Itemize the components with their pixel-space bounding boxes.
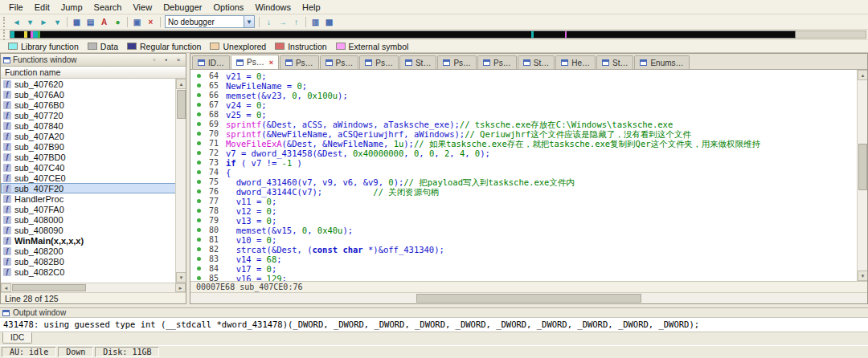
view-tab-9-he[interactable]: He…	[555, 55, 596, 69]
float-window-icon[interactable]: ▫	[149, 55, 159, 65]
view-tab-0-id[interactable]: ID…	[192, 55, 230, 69]
code-line[interactable]: 70sprintf(&NewFileName, aCSQeriuwjhrf, a…	[190, 129, 867, 139]
toolbar-grip[interactable]	[3, 17, 6, 27]
desktop-layout-icon[interactable]: ▩	[322, 16, 336, 28]
code-line[interactable]: 84 v17 = 0;	[190, 264, 867, 274]
scrollbar-thumb[interactable]	[177, 90, 186, 119]
code-line[interactable]: 83 v14 = 68;	[190, 254, 867, 264]
function-row-sub-4076a0[interactable]: fsub_4076A0	[1, 89, 186, 100]
function-row-sub-407b90[interactable]: fsub_407B90	[1, 141, 186, 152]
code-line[interactable]: 82 strcat(&Dest, (const char *)&off_4313…	[190, 245, 867, 254]
code-line[interactable]: 85 v16 = 129;	[190, 274, 867, 281]
function-name-column-header[interactable]: Function name	[1, 67, 186, 79]
function-row-sub-408200[interactable]: fsub_408200	[1, 246, 186, 256]
cancel-analysis-icon[interactable]: ×	[144, 16, 158, 28]
close-icon[interactable]: ×	[174, 55, 183, 65]
breakpoints-icon[interactable]: ▣	[130, 16, 144, 28]
scroll-right-icon[interactable]: ►	[175, 283, 186, 292]
windows-list-icon[interactable]: ▥	[309, 16, 322, 28]
menu-search[interactable]: Search	[88, 2, 128, 13]
function-row-sub-407fa0[interactable]: fsub_407FA0	[1, 204, 186, 214]
toolbar-grip[interactable]	[3, 30, 6, 40]
view-tab-5-st[interactable]: St…	[399, 55, 436, 69]
function-row-winmain-x-x-x-x[interactable]: fWinMain(x,x,x,x)	[1, 235, 186, 246]
navigate-forward-icon[interactable]: ►	[37, 16, 51, 28]
scroll-up-icon[interactable]: ▲	[858, 70, 867, 80]
code-line[interactable]: 74{	[190, 168, 867, 177]
view-tab-1-ps[interactable]: Ps…×	[231, 55, 279, 69]
menu-debugger[interactable]: Debugger	[158, 2, 207, 13]
view-tab-2-ps[interactable]: Ps…	[280, 55, 319, 69]
scrollbar-thumb[interactable]	[858, 144, 867, 190]
code-line[interactable]: 80 memset(&v15, 0, 0x40u);	[190, 226, 867, 235]
view-tab-8-st[interactable]: St…	[518, 55, 555, 69]
code-line[interactable]: 77 v11 = 0;	[190, 197, 867, 206]
code-line[interactable]: 76 dword_43144C(v7); // 关闭资源句柄	[190, 187, 867, 197]
close-icon[interactable]: ×	[269, 59, 273, 67]
debugger-select[interactable]: No debugger ▼	[165, 15, 255, 28]
code-line[interactable]: 68v25 = 0;	[190, 110, 867, 120]
menu-edit[interactable]: Edit	[29, 2, 55, 13]
function-row-sub-4082c0[interactable]: fsub_4082C0	[1, 266, 186, 277]
names-window-icon[interactable]: A	[97, 16, 111, 28]
function-row-sub-407840[interactable]: fsub_407840	[1, 120, 186, 131]
start-process-icon[interactable]: ●	[111, 16, 125, 28]
function-row-sub-408000[interactable]: fsub_408000	[1, 214, 186, 225]
code-line[interactable]: 67v24 = 0;	[190, 100, 867, 110]
view-tab-10-st[interactable]: St…	[596, 55, 633, 69]
navigation-band[interactable]	[10, 31, 796, 39]
scrollbar-thumb[interactable]	[416, 294, 641, 303]
code-line[interactable]: 79 v13 = 0;	[190, 216, 867, 226]
scrollbar-thumb[interactable]	[12, 284, 86, 291]
view-tab-3-ps[interactable]: Ps…	[320, 55, 359, 69]
menu-help[interactable]: Help	[297, 2, 326, 13]
function-row-sub-407bd0[interactable]: fsub_407BD0	[1, 152, 186, 162]
function-row-sub-408090[interactable]: fsub_408090	[1, 225, 186, 235]
code-line[interactable]: 64v21 = 0;	[190, 71, 867, 81]
scroll-down-icon[interactable]: ▼	[858, 271, 867, 281]
function-row-sub-407ce0[interactable]: fsub_407CE0	[1, 173, 186, 183]
back-history-icon[interactable]: ▾	[23, 16, 37, 28]
view-tab-6-ps[interactable]: Ps…	[437, 55, 477, 69]
function-row-sub-407f20[interactable]: fsub_407F20	[1, 183, 186, 193]
menu-file[interactable]: File	[3, 2, 29, 13]
menu-windows[interactable]: Windows	[249, 2, 297, 13]
view-tab-4-ps[interactable]: Ps…	[359, 55, 399, 69]
scroll-down-icon[interactable]: ▼	[176, 272, 186, 283]
step-over-icon[interactable]: →	[276, 16, 289, 28]
function-row-sub-4082b0[interactable]: fsub_4082B0	[1, 256, 186, 266]
menu-jump[interactable]: Jump	[55, 2, 88, 13]
run-until-return-icon[interactable]: ↑	[289, 16, 303, 28]
code-line[interactable]: 73if ( v7 != -1 )	[190, 158, 867, 168]
step-into-icon[interactable]: ↓	[262, 16, 276, 28]
function-row-sub-407620[interactable]: fsub_407620	[1, 79, 186, 89]
view-tab-7-ps[interactable]: Ps…	[477, 55, 517, 69]
code-line[interactable]: 78 v12 = 0;	[190, 206, 867, 216]
menu-view[interactable]: View	[127, 2, 158, 13]
menu-options[interactable]: Options	[207, 2, 249, 13]
function-row-sub-407720[interactable]: fsub_407720	[1, 110, 186, 120]
navigate-back-icon[interactable]: ◄	[10, 16, 23, 28]
function-row-handlerproc[interactable]: fHandlerProc	[1, 193, 186, 204]
output-log-line[interactable]: 431478: using guessed type int (__stdcal…	[0, 318, 868, 332]
function-row-sub-407a20[interactable]: fsub_407A20	[1, 131, 186, 141]
code-line[interactable]: 66memset(&v23, 0, 0x100u);	[190, 91, 867, 100]
scroll-up-icon[interactable]: ▲	[176, 79, 186, 89]
code-line[interactable]: 65NewFileName = 0;	[190, 81, 867, 91]
chevron-down-icon[interactable]: ▼	[244, 16, 254, 27]
function-row-sub-4076b0[interactable]: fsub_4076B0	[1, 100, 186, 110]
code-line[interactable]: 71MoveFileExA(&Dest, &NewFileName, 1u);/…	[190, 139, 867, 148]
code-line[interactable]: 75 dword_431460(v7, v9, v6, &v9, 0);// 把…	[190, 177, 867, 187]
save-database-icon[interactable]: ▤	[84, 16, 97, 28]
view-tab-11-enums[interactable]: Enums…	[634, 55, 689, 69]
code-line[interactable]: 69sprintf(&Dest, aCSS, aWindows, aTasksc…	[190, 120, 867, 129]
open-file-icon[interactable]: ▦	[70, 16, 84, 28]
scroll-left-icon[interactable]: ◄	[1, 283, 11, 292]
code-line[interactable]: 72v7 = dword_431458(&Dest, 0x40000000, 0…	[190, 148, 867, 158]
pseudocode-view[interactable]: 64v21 = 0;65NewFileName = 0;66memset(&v2…	[190, 70, 867, 281]
tab-idc[interactable]: IDC	[2, 332, 32, 344]
forward-history-icon[interactable]: ▾	[51, 16, 64, 28]
function-row-sub-407c40[interactable]: fsub_407C40	[1, 162, 186, 173]
code-line[interactable]: 81 v10 = 0;	[190, 235, 867, 245]
dock-window-icon[interactable]: ▪	[162, 55, 171, 65]
